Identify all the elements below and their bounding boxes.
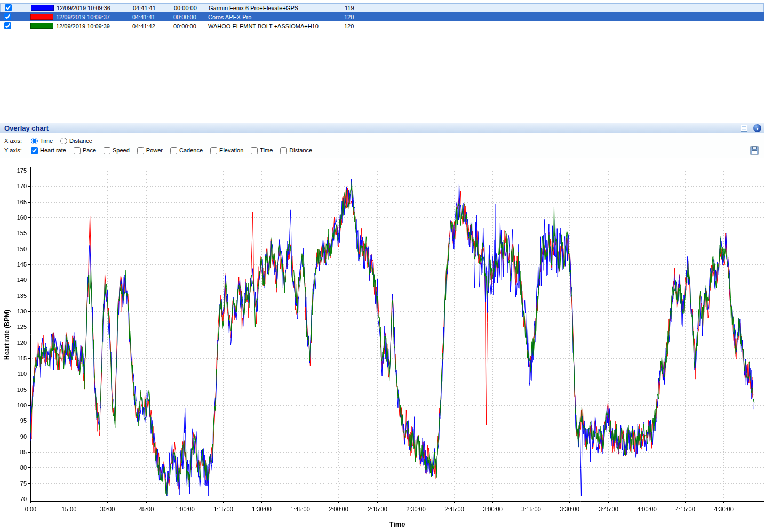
y-option-power[interactable]: Power (137, 147, 163, 154)
device-name-cell: Garmin Fenix 6 Pro+Elevate+GPS (209, 5, 345, 11)
device-name-cell: Coros APEX Pro (208, 14, 344, 20)
y-option-elevation[interactable]: Elevation (210, 147, 243, 154)
row-checkbox-cell (0, 13, 30, 20)
duration-cell: 04:41:42 (132, 23, 173, 29)
time-checkbox[interactable] (251, 147, 258, 154)
chart-controls: X axis: Time Distance Y axis: Heart rate… (0, 133, 764, 158)
avg-hr-cell: 120 (344, 14, 371, 20)
overlay-chart-area (0, 158, 764, 532)
x-option-distance[interactable]: Distance (60, 138, 92, 144)
start-time-cell: 12/09/2019 10:09:37 (56, 14, 132, 20)
distance-checkbox[interactable] (280, 147, 287, 154)
start-time-cell: 12/09/2019 10:09:39 (56, 23, 132, 29)
color-swatch-cell (31, 5, 57, 11)
activity-table: 12/09/2019 10:09:36 04:41:41 00:00:00 Ga… (0, 0, 764, 123)
panel-title: Overlay chart (0, 124, 741, 132)
x-axis-label: X axis: (4, 138, 23, 144)
table-row[interactable]: 12/09/2019 10:09:36 04:41:41 00:00:00 Ga… (0, 3, 764, 12)
time-radio[interactable] (31, 138, 38, 144)
x-option-time[interactable]: Time (31, 138, 53, 144)
overlay-chart-header: Overlay chart ▼ (0, 123, 764, 133)
offset-cell: 00:00:00 (173, 14, 208, 20)
avg-hr-cell: 120 (344, 23, 371, 29)
cadence-checkbox[interactable] (170, 147, 177, 154)
series-color-swatch[interactable] (31, 5, 54, 11)
overlay-chart-canvas[interactable] (0, 158, 764, 532)
color-swatch-cell (30, 14, 56, 20)
row-checkbox-cell (1, 4, 31, 11)
device-name-cell: WAHOO ELEMNT BOLT +ASSIOMA+H10 (208, 23, 344, 29)
collapse-panel-icon[interactable]: ▼ (753, 124, 761, 132)
row-visibility-checkbox[interactable] (4, 22, 11, 29)
series-color-swatch[interactable] (30, 23, 53, 29)
y-option-speed[interactable]: Speed (104, 147, 130, 154)
y-option-pace[interactable]: Pace (74, 147, 96, 154)
speed-checkbox[interactable] (104, 147, 110, 154)
restore-panel-icon[interactable] (741, 125, 747, 132)
save-chart-icon[interactable] (750, 146, 759, 155)
table-row[interactable]: 12/09/2019 10:09:39 04:41:42 00:00:00 WA… (0, 21, 764, 30)
offset-cell: 00:00:00 (174, 5, 209, 11)
color-swatch-cell (30, 23, 56, 29)
power-checkbox[interactable] (137, 147, 144, 154)
y-option-distance[interactable]: Distance (280, 147, 312, 154)
application-window: 12/09/2019 10:09:36 04:41:41 00:00:00 Ga… (0, 0, 764, 532)
heart-rate-checkbox[interactable] (31, 147, 38, 154)
distance-radio[interactable] (60, 138, 67, 144)
y-option-heart-rate[interactable]: Heart rate (31, 147, 66, 154)
pace-checkbox[interactable] (74, 147, 81, 154)
row-visibility-checkbox[interactable] (4, 13, 11, 20)
table-empty-area (0, 30, 764, 123)
y-option-time[interactable]: Time (251, 147, 273, 154)
y-option-cadence[interactable]: Cadence (170, 147, 203, 154)
series-color-swatch[interactable] (30, 14, 53, 20)
duration-cell: 04:41:41 (133, 5, 174, 11)
row-visibility-checkbox[interactable] (5, 4, 12, 11)
avg-hr-cell: 119 (345, 5, 371, 11)
offset-cell: 00:00:00 (173, 23, 208, 29)
start-time-cell: 12/09/2019 10:09:36 (57, 5, 133, 11)
elevation-checkbox[interactable] (210, 147, 217, 154)
duration-cell: 04:41:41 (132, 14, 173, 20)
row-checkbox-cell (0, 22, 30, 29)
y-axis-label: Y axis: (4, 147, 23, 154)
table-row[interactable]: 12/09/2019 10:09:37 04:41:41 00:00:00 Co… (0, 12, 764, 21)
